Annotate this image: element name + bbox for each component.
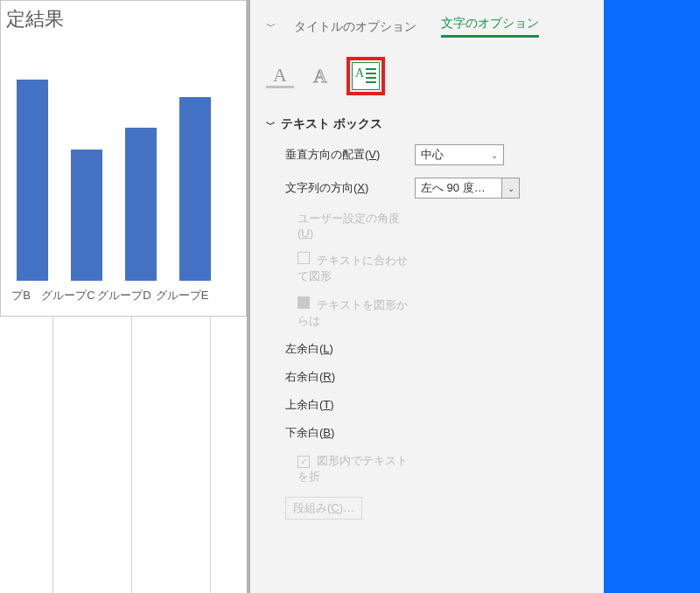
- bar-group-d: [125, 128, 157, 281]
- spreadsheet-grid[interactable]: [0, 317, 247, 593]
- chart-axis-labels: プB グループC グループD グループE: [1, 288, 248, 303]
- format-panel: ﹀ タイトルのオプション 文字のオプション A A A ﹀ テキスト ボックス: [250, 0, 604, 593]
- valign-value: 中心: [421, 147, 444, 163]
- app-root: 定結果 プB グループC グループD グループE ﹀: [0, 0, 700, 593]
- checkbox-icon: [298, 252, 310, 264]
- chevron-down-icon: ⌄: [491, 150, 498, 160]
- chart-card[interactable]: 定結果 プB グループC グループD グループE: [0, 0, 247, 317]
- chevron-down-icon[interactable]: ⌄: [502, 178, 520, 199]
- valign-select[interactable]: 中心 ⌄: [415, 144, 504, 165]
- margin-right-label: 右余白(R): [266, 369, 415, 385]
- row-keep-text: テキストを図形からは: [266, 296, 593, 329]
- row-margin-bottom: 下余白(B): [266, 425, 593, 441]
- window-edge: [604, 0, 700, 593]
- checkbox-icon: [298, 296, 310, 309]
- chevron-down-icon: ﹀: [266, 118, 276, 131]
- row-margin-top: 上余白(T): [266, 397, 593, 413]
- chart-title: 定結果: [6, 6, 64, 32]
- right-area: ﹀ タイトルのオプション 文字のオプション A A A ﹀ テキスト ボックス: [250, 0, 700, 593]
- row-direction: 文字列の方向(X) 左へ 90 度… ⌄: [266, 178, 593, 199]
- chart-pane: 定結果 プB グループC グループD グループE: [0, 0, 247, 593]
- row-valign: 垂直方向の配置(V) 中心 ⌄: [266, 144, 593, 165]
- user-angle-label: ユーザー設定の角度(U): [266, 211, 415, 240]
- fit-text-option: テキストに合わせて図形: [266, 252, 415, 284]
- text-option-icons: A A A: [266, 57, 593, 95]
- direction-value: 左へ 90 度…: [421, 180, 486, 196]
- tab-title-options[interactable]: タイトルのオプション: [294, 19, 416, 35]
- panel-tabs: ﹀ タイトルのオプション 文字のオプション: [266, 16, 593, 38]
- axis-label-c: グループC: [41, 288, 95, 303]
- margin-top-label: 上余白(T): [266, 397, 415, 413]
- bar-group-e: [179, 97, 211, 281]
- section-textbox[interactable]: ﹀ テキスト ボックス: [266, 116, 593, 132]
- axis-label-d: グループD: [95, 288, 153, 303]
- margin-bottom-label: 下余白(B): [266, 425, 415, 441]
- wrap-option: 図形内でテキストを折: [266, 453, 415, 485]
- row-fit-text: テキストに合わせて図形: [266, 252, 593, 284]
- margin-left-label: 左余白(L): [266, 341, 415, 357]
- row-user-angle: ユーザー設定の角度(U): [266, 211, 593, 240]
- checkbox-checked-icon: [298, 456, 310, 468]
- row-wrap: 図形内でテキストを折: [266, 453, 593, 485]
- keep-text-option: テキストを図形からは: [266, 296, 415, 329]
- text-fill-icon[interactable]: A: [266, 64, 294, 88]
- highlight-textbox-icon: A: [346, 57, 385, 95]
- row-margin-right: 右余白(R): [266, 369, 593, 385]
- columns-button[interactable]: 段組み(C)…: [285, 497, 362, 520]
- axis-label-e: グループE: [153, 288, 211, 303]
- axis-label-b: プB: [1, 288, 41, 303]
- tab-text-options[interactable]: 文字のオプション: [441, 16, 539, 38]
- section-textbox-label: テキスト ボックス: [281, 116, 382, 132]
- row-margin-left: 左余白(L): [266, 341, 593, 357]
- valign-label: 垂直方向の配置(V): [266, 147, 415, 163]
- textbox-icon[interactable]: A: [352, 62, 380, 90]
- row-columns: 段組み(C)…: [266, 497, 593, 520]
- bar-group-b: [17, 80, 48, 281]
- chart-bars: [1, 53, 248, 281]
- bar-group-c: [71, 150, 102, 281]
- direction-select[interactable]: 左へ 90 度… ⌄: [415, 178, 520, 199]
- chevron-down-icon[interactable]: ﹀: [266, 19, 276, 34]
- direction-label: 文字列の方向(X): [266, 180, 415, 196]
- text-effects-icon[interactable]: A: [306, 62, 334, 90]
